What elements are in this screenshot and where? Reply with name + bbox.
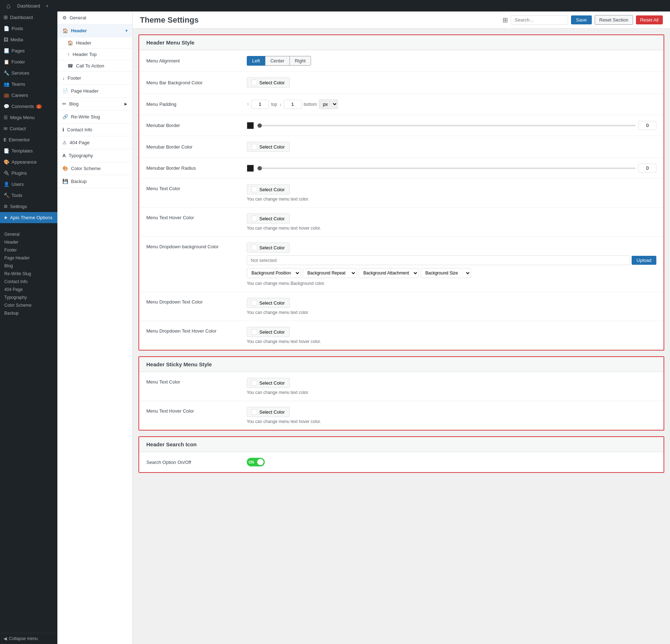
sidebar-item-services[interactable]: 🔧 Services xyxy=(0,67,57,79)
background-position-select[interactable]: Background Position xyxy=(247,268,301,278)
color-swatch xyxy=(251,144,257,150)
sidebar-item-footer[interactable]: 📋 Footer xyxy=(0,56,57,67)
header-top-icon: ↑ xyxy=(67,52,70,57)
grid-view-icon[interactable]: ⊞ xyxy=(502,16,508,24)
wp-logo[interactable]: ⌂ xyxy=(3,2,14,10)
second-sidebar-item-contact-info[interactable]: ℹ Contact Info xyxy=(57,123,132,136)
admin-bar-dashboard[interactable]: Dashboard xyxy=(14,3,43,9)
subnav-rewrite-slug[interactable]: Re-Write Slug xyxy=(0,270,57,278)
subnav-backup[interactable]: Backup xyxy=(0,309,57,317)
sidebar-item-users[interactable]: 👤 Users xyxy=(0,179,57,190)
select-color-label: Select Color xyxy=(259,300,285,306)
menu-text-color-button[interactable]: Select Color xyxy=(247,184,290,194)
second-sidebar-label: Backup xyxy=(71,179,86,184)
padding-bottom-input[interactable] xyxy=(284,100,302,109)
subnav-404-page[interactable]: 404 Page xyxy=(0,286,57,293)
search-toggle[interactable]: ON xyxy=(247,458,265,466)
align-center-button[interactable]: Center xyxy=(265,56,290,66)
dropdown-text-color-button[interactable]: Select Color xyxy=(247,298,290,308)
sidebar-item-plugins[interactable]: 🔌 Plugins xyxy=(0,168,57,179)
menu-text-hover-color-button[interactable]: Select Color xyxy=(247,213,290,224)
color-scheme-icon: 🎨 xyxy=(62,166,68,171)
second-sidebar-item-blog[interactable]: ✏ Blog ▶ xyxy=(57,98,132,111)
upload-file-input[interactable] xyxy=(247,255,630,265)
dropdown-bg-color-button[interactable]: Select Color xyxy=(247,243,290,253)
toggle-knob xyxy=(257,459,264,465)
second-sidebar-item-header-top[interactable]: ↑ Header Top xyxy=(57,49,132,60)
sticky-menu-text-color-button[interactable]: Select Color xyxy=(247,378,290,388)
subnav-blog[interactable]: Blog xyxy=(0,262,57,270)
select-color-label: Select Color xyxy=(259,216,285,221)
sidebar-item-comments[interactable]: 💬 Comments 1 xyxy=(0,101,57,112)
sidebar-item-appearance[interactable]: 🎨 Appearance xyxy=(0,156,57,168)
menu-bar-bg-color-button[interactable]: Select Color xyxy=(247,77,290,88)
subnav-general[interactable]: General xyxy=(0,230,57,238)
sidebar-item-mega-menu[interactable]: ☰ Mega Menu xyxy=(0,112,57,123)
background-repeat-select[interactable]: Background Repeat xyxy=(303,268,357,278)
padding-unit-select[interactable]: px em % xyxy=(319,99,338,109)
align-left-button[interactable]: Left xyxy=(247,56,265,66)
align-right-button[interactable]: Right xyxy=(289,56,311,66)
collapse-menu-button[interactable]: ◀ Collapse menu xyxy=(0,633,57,644)
sidebar-item-templates[interactable]: 📑 Templates xyxy=(0,145,57,156)
comments-badge: 1 xyxy=(36,104,42,109)
second-sidebar-item-typography[interactable]: A Typography xyxy=(57,149,132,162)
save-button[interactable]: Save xyxy=(571,15,592,24)
second-sidebar-item-footer[interactable]: ↓ Footer xyxy=(57,72,132,85)
sidebar-item-pages[interactable]: 📃 Pages xyxy=(0,45,57,56)
subnav-header[interactable]: Header xyxy=(0,238,57,246)
field-control: Select Color xyxy=(247,77,656,88)
subnav-typography[interactable]: Typography xyxy=(0,293,57,301)
second-sidebar-item-general[interactable]: ⚙ General xyxy=(57,11,132,24)
search-input[interactable] xyxy=(511,15,568,25)
second-sidebar-item-header-sub[interactable]: 🏠 Header xyxy=(57,37,132,49)
sidebar-item-posts[interactable]: 📄 Posts xyxy=(0,23,57,34)
second-sidebar-item-backup[interactable]: 💾 Backup xyxy=(57,175,132,188)
menubar-border-color-button[interactable]: Select Color xyxy=(247,142,290,152)
comments-icon: 💬 xyxy=(4,104,9,109)
radius-value-input[interactable] xyxy=(638,164,656,173)
slider-thumb[interactable] xyxy=(258,123,262,128)
background-size-select[interactable]: Background Size xyxy=(421,268,471,278)
second-sidebar-item-page-header[interactable]: 📄 Page Header xyxy=(57,85,132,98)
sidebar-item-media[interactable]: 🖼 Media xyxy=(0,34,57,45)
sidebar-item-careers[interactable]: 💼 Careers xyxy=(0,90,57,101)
border-value-input[interactable] xyxy=(638,121,656,130)
field-label: Menu Dropdown background Color xyxy=(146,243,240,249)
sidebar-label: Services xyxy=(11,70,29,76)
background-attachment-select[interactable]: Background Attachment xyxy=(359,268,419,278)
admin-bar-posts[interactable]: + xyxy=(43,3,52,9)
reset-section-button[interactable]: Reset Section xyxy=(595,15,633,25)
sidebar-item-teams[interactable]: 👥 Teams xyxy=(0,79,57,90)
field-label: Menu Text Hover Color xyxy=(146,407,240,414)
padding-bottom-icon: ↓ xyxy=(279,102,282,107)
sidebar-item-settings[interactable]: ⚙ Settings xyxy=(0,201,57,212)
subnav-page-header[interactable]: Page Header xyxy=(0,254,57,262)
field-sticky-menu-text-color: Menu Text Color Select Color You can cha… xyxy=(139,372,664,401)
subnav-color-scheme[interactable]: Color Scheme xyxy=(0,301,57,309)
subnav-footer[interactable]: Footer xyxy=(0,246,57,254)
color-swatch xyxy=(251,380,257,386)
subnav-contact-info[interactable]: Contact Info xyxy=(0,278,57,286)
second-sidebar-label: Contact Info xyxy=(67,127,92,132)
dropdown-text-hover-color-button[interactable]: Select Color xyxy=(247,327,290,337)
padding-top-input[interactable] xyxy=(251,100,269,109)
second-sidebar-item-rewrite-slug[interactable]: 🔗 Re-Write Slug xyxy=(57,111,132,123)
sidebar-item-apio-theme[interactable]: ★ Apio Theme Options xyxy=(0,212,57,223)
second-sidebar-item-color-scheme[interactable]: 🎨 Color Scheme xyxy=(57,162,132,175)
reset-all-button[interactable]: Reset All xyxy=(636,15,663,24)
sidebar-item-elementor[interactable]: E Elementor xyxy=(0,134,57,145)
field-hint: You can change menu text hover color. xyxy=(247,419,656,424)
upload-button[interactable]: Upload xyxy=(632,256,656,265)
second-sidebar-item-header[interactable]: 🏠 Header ▾ xyxy=(57,24,132,37)
sidebar-item-contact[interactable]: ✉ Contact xyxy=(0,123,57,134)
radius-slider-thumb[interactable] xyxy=(258,166,262,170)
sidebar-label: Careers xyxy=(11,93,28,98)
sticky-menu-text-hover-color-button[interactable]: Select Color xyxy=(247,407,290,417)
second-sidebar-item-404[interactable]: ⚠ 404 Page xyxy=(57,136,132,149)
elementor-icon: E xyxy=(4,137,6,142)
second-sidebar-item-call-to-action[interactable]: ☎ Call To Action xyxy=(57,60,132,72)
sidebar-item-tools[interactable]: 🔨 Tools xyxy=(0,190,57,201)
sidebar-item-dashboard[interactable]: ⊞ Dashboard xyxy=(0,11,57,23)
field-hint: You can change menu text color. xyxy=(247,197,656,202)
